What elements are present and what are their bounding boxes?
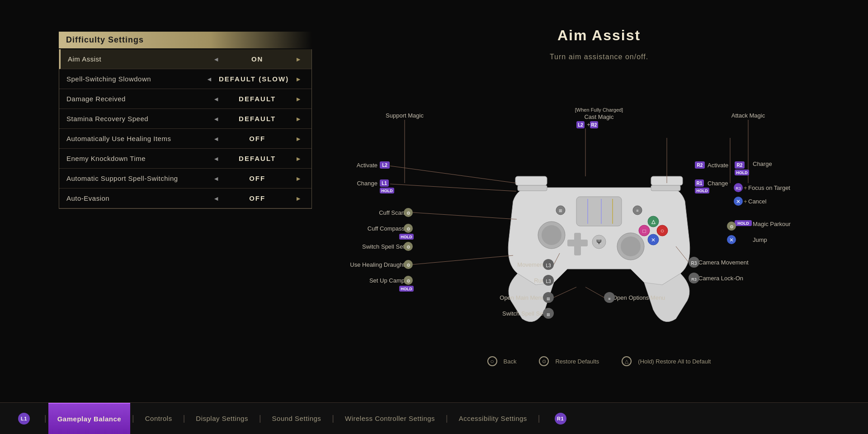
svg-text:L3: L3	[546, 263, 551, 268]
svg-text:HOLD: HOLD	[401, 287, 412, 291]
label-cuff-scan: Cuff Scan	[379, 209, 405, 216]
label-jump: Jump	[753, 236, 767, 243]
label-camera-movement: Camera Movement	[698, 259, 749, 266]
setting-left-arrow-2[interactable]: ◄	[210, 94, 222, 104]
label-switch-spell-bottom: Switch Spell Set	[502, 310, 545, 317]
setting-right-arrow-7[interactable]: ►	[292, 194, 304, 203]
nav-accessibility-label: Accessibility Settings	[459, 415, 527, 422]
nav-item-wireless[interactable]: Wireless Controller Settings	[336, 403, 444, 434]
setting-right-arrow-0[interactable]: ►	[292, 55, 304, 64]
label-cast-magic-top: [When Fully Charged]	[575, 107, 623, 113]
svg-text:⚙: ⚙	[406, 278, 410, 283]
label-switch-spell-left: Switch Spell Set	[362, 243, 405, 250]
svg-text:L2: L2	[382, 163, 387, 168]
nav-item-controls[interactable]: Controls	[136, 403, 181, 434]
svg-line-97	[585, 287, 604, 297]
label-open-options-menu: Open Options Menu	[613, 294, 665, 301]
svg-text:⚙: ⚙	[406, 211, 410, 216]
controller-svg: △ ○ □ ✕ ≡ ⊞ Ψ	[350, 93, 848, 328]
svg-text:⚙: ⚙	[406, 245, 410, 250]
setting-right-arrow-6[interactable]: ►	[292, 174, 304, 183]
nav-sep-5: |	[444, 414, 450, 423]
nav-gameplay-balance-label: Gameplay Balance	[57, 415, 121, 423]
nav-wireless-label: Wireless Controller Settings	[345, 415, 435, 422]
nav-sep-3: |	[257, 414, 263, 423]
svg-line-43	[390, 184, 516, 191]
svg-line-94	[554, 287, 576, 297]
restore-all-icon: △	[622, 356, 632, 366]
controller-diagram: △ ○ □ ✕ ≡ ⊞ Ψ	[339, 75, 859, 346]
label-activate-r2: Activate	[708, 162, 728, 169]
svg-text:✕: ✕	[651, 237, 656, 243]
settings-list: Aim Assist◄ON►Spell-Switching Slowdown◄D…	[59, 49, 312, 209]
section-header: Difficulty Settings	[59, 32, 312, 48]
setting-name-3: Stamina Recovery Speed	[66, 115, 210, 123]
setting-row-1[interactable]: Spell-Switching Slowdown◄DEFAULT (SLOW)►	[59, 69, 311, 89]
setting-row-5[interactable]: Enemy Knockdown Time◄DEFAULT►	[59, 149, 311, 169]
restore-all-action[interactable]: △ (Hold) Restore All to Default	[622, 356, 711, 366]
svg-text:+: +	[744, 198, 747, 205]
svg-point-6	[542, 225, 561, 245]
setting-left-arrow-4[interactable]: ◄	[210, 134, 222, 143]
l1-icon: L1	[18, 413, 30, 425]
back-action[interactable]: ○ Back	[487, 356, 517, 366]
setting-value-0: ON	[226, 55, 289, 63]
svg-text:R3: R3	[691, 261, 697, 266]
setting-left-arrow-0[interactable]: ◄	[210, 55, 222, 64]
label-movement: Movement	[517, 261, 545, 268]
nav-item-sound[interactable]: Sound Settings	[263, 403, 330, 434]
setting-right-arrow-1[interactable]: ►	[292, 75, 304, 84]
setting-value-5: DEFAULT	[226, 155, 289, 162]
label-change-r1: Change	[708, 180, 728, 187]
nav-item-display[interactable]: Display Settings	[187, 403, 257, 434]
setting-value-4: OFF	[226, 135, 289, 142]
label-magic-parkour: Magic Parkour	[753, 221, 791, 227]
nav-sep-1: |	[130, 414, 136, 423]
svg-rect-3	[651, 185, 680, 191]
setting-value-6: OFF	[226, 175, 289, 182]
svg-text:✕: ✕	[736, 198, 741, 205]
setting-right-arrow-2[interactable]: ►	[292, 94, 304, 104]
setting-left-arrow-5[interactable]: ◄	[210, 154, 222, 163]
setting-row-6[interactable]: Automatic Support Spell-Switching◄OFF►	[59, 169, 311, 189]
setting-row-7[interactable]: Auto-Evasion◄OFF►	[59, 189, 311, 208]
setting-right-arrow-3[interactable]: ►	[292, 114, 304, 123]
nav-controls-label: Controls	[145, 415, 172, 422]
svg-line-38	[390, 166, 516, 183]
label-use-healing-draught: Use Healing Draught	[350, 261, 405, 268]
setting-left-arrow-3[interactable]: ◄	[210, 114, 222, 123]
label-attack-magic: Attack Magic	[731, 112, 765, 119]
setting-left-arrow-7[interactable]: ◄	[210, 194, 222, 203]
label-support-magic: Support Magic	[386, 112, 424, 119]
svg-text:HOLD: HOLD	[737, 221, 749, 226]
setting-right-arrow-5[interactable]: ►	[292, 154, 304, 163]
setting-row-2[interactable]: Damage Received◄DEFAULT►	[59, 89, 311, 109]
setting-name-1: Spell-Switching Slowdown	[66, 75, 203, 83]
setting-left-arrow-1[interactable]: ◄	[203, 75, 215, 84]
nav-item-gameplay-balance[interactable]: Gameplay Balance	[48, 403, 130, 434]
label-cancel: Cancel	[748, 198, 767, 205]
bottom-actions: ○ Back ⊙ Restore Defaults △ (Hold) Resto…	[339, 352, 859, 371]
restore-defaults-action[interactable]: ⊙ Restore Defaults	[539, 356, 599, 366]
page-description: Turn aim assistance on/off.	[339, 53, 859, 61]
back-icon: ○	[487, 356, 497, 366]
svg-text:R2: R2	[697, 163, 703, 168]
setting-name-2: Damage Received	[66, 95, 210, 103]
svg-line-62	[413, 212, 517, 219]
setting-value-1: DEFAULT (SLOW)	[219, 75, 289, 83]
restore-icon: ⊙	[539, 356, 549, 366]
setting-left-arrow-6[interactable]: ◄	[210, 174, 222, 183]
svg-rect-10	[567, 240, 588, 246]
setting-name-4: Automatically Use Healing Items	[66, 135, 210, 142]
setting-value-7: OFF	[226, 194, 289, 202]
svg-text:R3: R3	[691, 277, 697, 282]
restore-defaults-label: Restore Defaults	[555, 358, 599, 365]
setting-right-arrow-4[interactable]: ►	[292, 134, 304, 143]
setting-row-0[interactable]: Aim Assist◄ON►	[59, 49, 311, 69]
nav-item-accessibility[interactable]: Accessibility Settings	[450, 403, 536, 434]
svg-text:□: □	[642, 228, 646, 234]
svg-text:HOLD: HOLD	[736, 170, 748, 175]
setting-row-3[interactable]: Stamina Recovery Speed◄DEFAULT►	[59, 109, 311, 129]
svg-text:+: +	[744, 184, 747, 191]
setting-row-4[interactable]: Automatically Use Healing Items◄OFF►	[59, 129, 311, 149]
